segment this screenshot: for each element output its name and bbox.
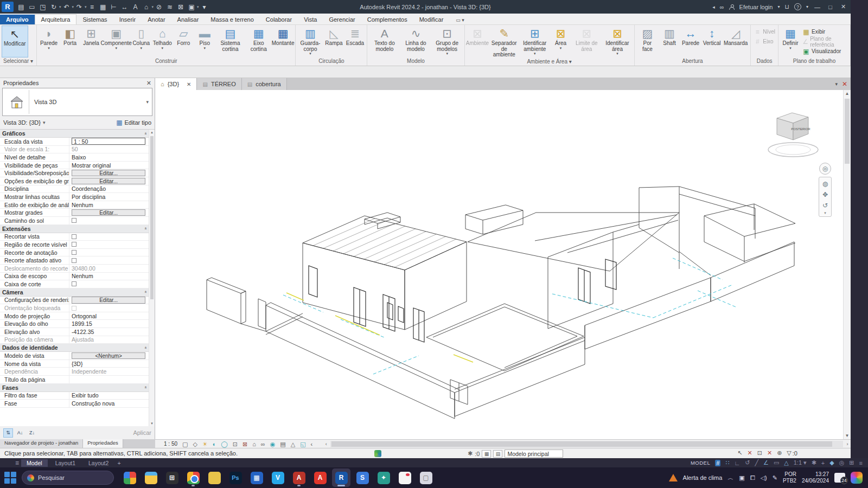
button-eixo-cortina[interactable]: ▦Eixo cortina xyxy=(246,25,272,57)
steering-wheel-icon[interactable]: ◎ xyxy=(819,163,831,175)
temporary-hide-icon[interactable]: ∞ xyxy=(261,440,265,448)
selection-filter[interactable]: ▽ :0 xyxy=(787,450,797,457)
taskbar-app-blue-grid-app[interactable]: ▦ xyxy=(247,468,266,487)
start-button[interactable] xyxy=(3,471,17,485)
package-icon[interactable]: ▣ xyxy=(739,474,744,481)
button-porta[interactable]: ◧Porta xyxy=(60,25,80,57)
property-checkbox[interactable] xyxy=(72,281,76,286)
button-área[interactable]: ⊠Área▾ xyxy=(551,25,571,58)
locked-view-icon[interactable]: ⌂ xyxy=(252,440,256,448)
view-scale[interactable]: 1 : 50 xyxy=(164,441,177,447)
view-tab-térreo[interactable]: ▤TÉRREO xyxy=(197,78,241,90)
crop-region-icon[interactable]: ⊠ xyxy=(242,440,247,448)
design-options-icon[interactable]: ▤ xyxy=(493,450,502,458)
taskbar-app-hello-kitty[interactable] xyxy=(395,468,414,487)
view-tab-cobertura[interactable]: ▤cobertura xyxy=(242,78,287,90)
button-montante[interactable]: ▦Montante xyxy=(272,25,294,57)
annot-icon[interactable]: △ xyxy=(784,459,788,466)
button-telhado[interactable]: ⌂Telhado▾ xyxy=(152,25,173,57)
instance-dropdown-icon[interactable]: ▾ xyxy=(43,120,46,125)
section-icon[interactable]: ⊘ xyxy=(154,3,164,11)
ribbon-tab-vista[interactable]: Vista xyxy=(298,15,323,24)
close-hidden-icon[interactable]: ⊠ xyxy=(175,3,186,11)
button-rampa[interactable]: ◺Rampa xyxy=(323,25,344,57)
gear-icon[interactable]: ✱ xyxy=(812,459,816,466)
taskbar-app-dark-app[interactable]: ⊞ xyxy=(163,468,181,487)
workspace-icon[interactable]: ▤ xyxy=(16,3,27,11)
property-checkbox[interactable] xyxy=(72,234,76,239)
login-button[interactable]: Efetuar login xyxy=(739,4,773,10)
ribbon-state-toggle[interactable]: ▭ ▾ xyxy=(452,16,468,24)
ribbon-tab-analisar[interactable]: Analisar xyxy=(171,15,205,24)
button-shaft[interactable]: ▥Shaft xyxy=(659,25,680,57)
design-option-select[interactable]: Modelo principal xyxy=(505,450,563,458)
button-sistema-cortina[interactable]: ▤Sistema cortina xyxy=(215,25,245,57)
button-coluna[interactable]: ▯Coluna▾ xyxy=(131,25,151,57)
default-3d-icon[interactable]: ⌂ xyxy=(141,3,152,11)
zoom-icon[interactable]: ◍ xyxy=(819,178,831,189)
view-tab-3d[interactable]: ⌂{3D}✕ xyxy=(155,78,197,90)
login-dropdown-icon[interactable]: ▾ xyxy=(777,4,780,9)
shadows-icon[interactable]: ◐ xyxy=(213,440,216,448)
sun-icon[interactable]: ☀ xyxy=(202,440,208,448)
vertical-scrollbar[interactable]: ▲ ▼ xyxy=(843,90,851,439)
taskbar-app-light-app[interactable]: ▢ xyxy=(417,468,435,487)
property-text[interactable]: {3D} xyxy=(72,361,82,367)
properties-close-icon[interactable]: ✕ xyxy=(146,80,151,87)
ribbon-group-label[interactable]: Selecionar ▾ xyxy=(0,57,36,66)
addin-status-icon[interactable] xyxy=(374,450,381,457)
plus-icon[interactable]: + xyxy=(821,460,825,466)
taskbar-app-photoshop[interactable]: Ps xyxy=(226,468,245,487)
temporary-view-properties-icon[interactable]: ▤ xyxy=(280,440,285,448)
open-icon[interactable]: ▭ xyxy=(27,3,37,11)
section-header-extensões[interactable]: Extensões« xyxy=(0,225,149,233)
clock[interactable]: 13:27 24/06/2024 xyxy=(802,471,829,484)
switch-windows-icon[interactable]: ▣ xyxy=(186,3,197,11)
crop-view-icon[interactable]: ⊡ xyxy=(233,440,238,448)
acad-add-layout-button[interactable]: + xyxy=(117,460,120,466)
drawing-area[interactable]: POSTERIOR ◎ ◍ ✥ ↺ ▾ ▲ ▼ xyxy=(155,90,851,439)
property-edit-button[interactable]: Editar... xyxy=(72,178,145,185)
viewcube[interactable]: POSTERIOR xyxy=(766,108,820,160)
reveal-hidden-icon[interactable]: ◉ xyxy=(270,440,276,448)
property-edit-button[interactable]: Editar... xyxy=(72,209,145,216)
panel-tab-navegador[interactable]: Navegador de projeto - jonathan xyxy=(0,439,83,448)
property-text[interactable]: Nenhum xyxy=(72,202,93,208)
view-tab-list-icon[interactable]: ▾ xyxy=(835,81,838,87)
text-icon[interactable]: A xyxy=(130,3,141,11)
button-linha-do-modelo[interactable]: ∿Linha do modelo xyxy=(400,25,431,57)
button-piso[interactable]: ▬Piso▾ xyxy=(194,25,215,57)
menu-icon[interactable]: ≡ xyxy=(859,460,863,466)
property-text[interactable]: Construção nova xyxy=(72,400,114,407)
button-por-face[interactable]: ▨Por face xyxy=(636,25,659,57)
horizontal-scrollbar[interactable]: ‹ › xyxy=(323,440,851,448)
button-visualizador[interactable]: ▣Visualizador xyxy=(801,47,848,56)
display-icon[interactable]: ⧠ xyxy=(750,474,755,481)
taskbar-app-chrome[interactable] xyxy=(184,468,202,487)
taskbar-app-acrobat[interactable]: A xyxy=(311,468,329,487)
button-grupo-de-modelos[interactable]: ⊡Grupo de modelos▾ xyxy=(432,25,463,57)
section-header-gráficos[interactable]: Gráficos« xyxy=(0,130,149,138)
sync-icon[interactable]: ↻ xyxy=(48,3,59,11)
button-definir[interactable]: ▦Definir▾ xyxy=(780,25,801,57)
isodraft-icon[interactable]: ╱ xyxy=(755,459,758,466)
button-vertical[interactable]: ↕Vertical xyxy=(701,25,722,57)
property-text[interactable]: 50 xyxy=(72,146,78,152)
grid-icon[interactable]: # xyxy=(715,460,720,466)
analytical-model-icon[interactable]: △ xyxy=(291,440,295,448)
button-separador-de-ambiente[interactable]: ✎Separador de ambiente xyxy=(489,25,519,58)
collapse-arrow-icon[interactable]: ◂ xyxy=(712,4,715,10)
worksets-icon[interactable]: ✱ xyxy=(468,450,473,457)
navbar-dropdown-icon[interactable]: ▾ xyxy=(824,211,826,215)
ribbon-tab-arquivo[interactable]: Arquivo xyxy=(0,15,35,24)
taskbar-app-blue-app[interactable]: S xyxy=(353,468,372,487)
polar-icon[interactable]: ↺ xyxy=(745,459,750,466)
acad-tab-layout2[interactable]: Layout2 xyxy=(83,459,114,467)
property-text[interactable]: Coordenação xyxy=(72,185,106,192)
print-icon[interactable]: ≡ xyxy=(87,3,98,11)
taskbar-app-vscode[interactable]: V xyxy=(269,468,287,487)
close-inactive-views-icon[interactable]: ✕ xyxy=(842,80,847,88)
copilot-icon[interactable] xyxy=(851,472,863,484)
property-edit-button[interactable]: Editar... xyxy=(72,297,145,304)
pan-icon[interactable]: ✥ xyxy=(819,189,831,200)
